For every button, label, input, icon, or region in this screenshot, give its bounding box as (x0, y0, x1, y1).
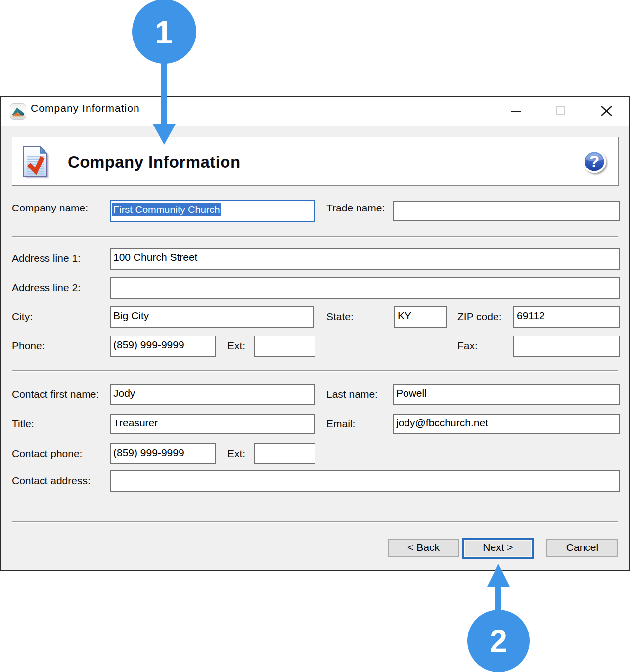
svg-text:1: 1 (155, 15, 173, 50)
svg-text:2: 2 (490, 624, 507, 659)
